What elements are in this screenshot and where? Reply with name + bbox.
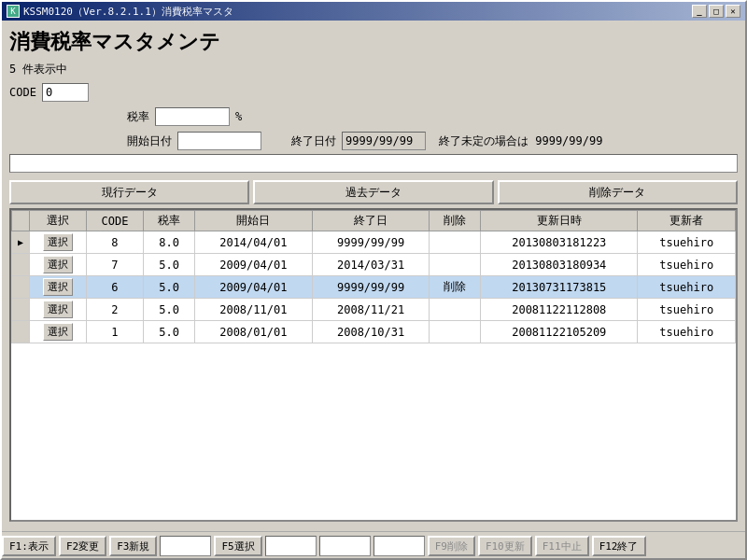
window-title: KSSM0120（Ver.8.2.1.1）消費税率マスタ [23, 5, 233, 19]
end-date-input[interactable] [342, 132, 426, 150]
updated-cell: 20081122112808 [481, 299, 638, 321]
tab-past-data[interactable]: 過去データ [253, 180, 493, 204]
footer-btn-f10: F10更新 [478, 536, 532, 556]
col-updated: 更新日時 [481, 211, 638, 231]
code-cell: 1 [86, 321, 144, 343]
footer-btn-f11: F11中止 [535, 536, 589, 556]
footer-empty-input-f6[interactable] [265, 536, 317, 556]
table-row: ▶選択88.02014/04/019999/99/992013080318122… [12, 231, 736, 254]
end-date-note: 終了未定の場合は 9999/99/99 [439, 133, 602, 149]
end-date-cell: 2008/11/21 [312, 299, 430, 321]
date-row: 開始日付 終了日付 終了未定の場合は 9999/99/99 [9, 132, 738, 150]
code-input[interactable] [42, 83, 89, 102]
delete-cell [430, 321, 481, 343]
page-title: 消費税率マスタメンテ [9, 28, 738, 56]
select-button[interactable]: 選択 [43, 278, 73, 296]
footer-btn-f5[interactable]: F5選択 [214, 536, 261, 556]
delete-cell [430, 299, 481, 321]
code-label: CODE [9, 86, 36, 99]
tab-row: 現行データ 過去データ 削除データ [9, 180, 738, 204]
rate-cell: 5.0 [144, 321, 195, 343]
col-end: 終了日 [312, 211, 430, 231]
footer-empty-input-f4[interactable] [160, 536, 211, 556]
app-icon: K [7, 5, 20, 18]
col-indicator [12, 211, 30, 231]
select-cell: 選択 [30, 254, 86, 276]
footer-btn-f9: F9削除 [428, 536, 475, 556]
updated-cell: 20130803180934 [481, 254, 638, 276]
table-body: ▶選択88.02014/04/019999/99/992013080318122… [12, 231, 736, 343]
rate-cell: 5.0 [144, 299, 195, 321]
footer-empty-input-f7[interactable] [319, 536, 371, 556]
table-header-row: 選択 CODE 税率 開始日 終了日 削除 更新日時 更新者 [12, 211, 736, 231]
select-cell: 選択 [30, 299, 86, 321]
updater-cell: tsuehiro [638, 276, 736, 299]
col-rate: 税率 [144, 211, 195, 231]
col-select: 選択 [30, 211, 86, 231]
main-window: K KSSM0120（Ver.8.2.1.1）消費税率マスタ _ □ ✕ 消費税… [0, 0, 747, 560]
select-button[interactable]: 選択 [43, 323, 73, 341]
start-date-label: 開始日付 [127, 133, 172, 149]
col-updater: 更新者 [638, 211, 736, 231]
start-date-cell: 2014/04/01 [194, 231, 312, 254]
row-indicator: ▶ [12, 231, 30, 254]
rate-cell: 8.0 [144, 231, 195, 254]
end-date-cell: 2008/10/31 [312, 321, 430, 343]
end-date-cell: 9999/99/99 [312, 276, 430, 299]
delete-cell: 削除 [430, 276, 481, 299]
updated-cell: 20130731173815 [481, 276, 638, 299]
table-row: 選択75.02009/04/012014/03/3120130803180934… [12, 254, 736, 276]
tax-rate-label: 税率 [127, 109, 149, 125]
tab-deleted-data[interactable]: 削除データ [498, 180, 738, 204]
select-cell: 選択 [30, 321, 86, 343]
title-bar-left: K KSSM0120（Ver.8.2.1.1）消費税率マスタ [7, 5, 233, 19]
row-indicator [12, 321, 30, 343]
row-indicator [12, 299, 30, 321]
footer: F1:表示F2変更F3新規F5選択F9削除F10更新F11中止F12終了 [2, 531, 745, 558]
tax-rate-row: 税率 % [9, 107, 738, 126]
title-bar-buttons: _ □ ✕ [692, 5, 740, 18]
start-date-cell: 2009/04/01 [194, 276, 312, 299]
footer-btn-f12[interactable]: F12終了 [592, 536, 646, 556]
rate-cell: 5.0 [144, 254, 195, 276]
updated-cell: 20130803181223 [481, 231, 638, 254]
tax-rate-input[interactable] [155, 107, 230, 126]
col-code: CODE [86, 211, 144, 231]
content-area: 消費税率マスタメンテ 5 件表示中 CODE 税率 % 開始日付 終了日付 終了… [2, 21, 745, 529]
start-date-cell: 2008/01/01 [194, 321, 312, 343]
data-table-container: 選択 CODE 税率 開始日 終了日 削除 更新日時 更新者 ▶選択88.020… [9, 208, 738, 522]
updater-cell: tsuehiro [638, 299, 736, 321]
start-date-cell: 2008/11/01 [194, 299, 312, 321]
row-indicator [12, 276, 30, 299]
select-button[interactable]: 選択 [43, 233, 73, 251]
title-bar: K KSSM0120（Ver.8.2.1.1）消費税率マスタ _ □ ✕ [2, 2, 745, 21]
start-date-cell: 2009/04/01 [194, 254, 312, 276]
code-cell: 2 [86, 299, 144, 321]
updater-cell: tsuehiro [638, 254, 736, 276]
code-cell: 8 [86, 231, 144, 254]
select-button[interactable]: 選択 [43, 301, 73, 318]
footer-btn-f3[interactable]: F3新規 [109, 536, 157, 556]
footer-btn-f1[interactable]: F1:表示 [2, 536, 56, 556]
table-row: 選択25.02008/11/012008/11/2120081122112808… [12, 299, 736, 321]
delete-cell [430, 254, 481, 276]
maximize-button[interactable]: □ [709, 5, 724, 18]
select-cell: 選択 [30, 276, 86, 299]
select-cell: 選択 [30, 231, 86, 254]
rate-cell: 5.0 [144, 276, 195, 299]
end-date-cell: 9999/99/99 [312, 231, 430, 254]
table-row: 選択15.02008/01/012008/10/3120081122105209… [12, 321, 736, 343]
data-table: 選択 CODE 税率 開始日 終了日 削除 更新日時 更新者 ▶選択88.020… [11, 210, 736, 343]
table-row: 選択65.02009/04/019999/99/99削除201307311738… [12, 276, 736, 299]
end-date-label: 終了日付 [291, 133, 336, 149]
start-date-input[interactable] [177, 132, 261, 150]
footer-btn-f2[interactable]: F2変更 [59, 536, 106, 556]
record-count: 5 件表示中 [9, 62, 738, 77]
close-button[interactable]: ✕ [726, 5, 740, 18]
tab-current-data[interactable]: 現行データ [9, 180, 249, 204]
select-button[interactable]: 選択 [43, 256, 73, 273]
updated-cell: 20081122105209 [481, 321, 638, 343]
code-row: CODE [9, 83, 738, 102]
footer-empty-input-f8[interactable] [374, 536, 425, 556]
minimize-button[interactable]: _ [692, 5, 707, 18]
